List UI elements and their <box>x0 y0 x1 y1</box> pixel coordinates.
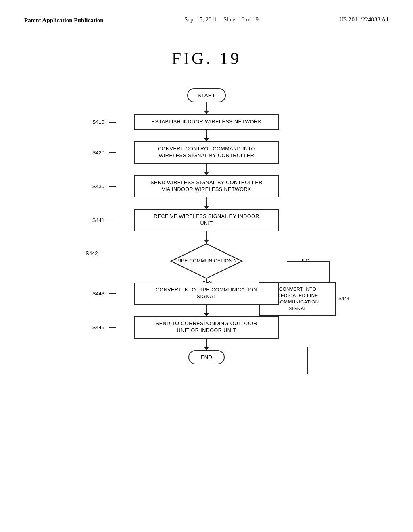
arrow-5 <box>206 237 207 240</box>
step-connector-s443 <box>109 293 116 294</box>
flowchart: START S410 ESTABLISH INDDOR WIRELESS NET… <box>24 88 389 364</box>
publication-date: Sep. 15, 2011 Sheet 16 of 19 <box>184 16 259 23</box>
arrow-s445-down <box>206 344 207 347</box>
figure-title: FIG. 19 <box>24 49 389 68</box>
line-no-vertical <box>329 261 330 285</box>
publication-title: Patent Application Publication <box>24 16 104 25</box>
page: Patent Application Publication Sep. 15, … <box>0 0 413 532</box>
connector-3 <box>206 164 207 169</box>
patent-number: US 2011/224833 A1 <box>339 16 389 23</box>
connector-4 <box>206 197 207 203</box>
page-header: Patent Application Publication Sep. 15, … <box>24 16 389 25</box>
step-connector-s420 <box>109 152 116 153</box>
line-no-horizontal <box>287 261 330 262</box>
step-s410: ESTABLISH INDDOR WIRELESS NETWORK <box>134 114 279 130</box>
diamond-area: S442 PIPE COMMUNICATION ? NO CONVERT INT… <box>65 243 348 279</box>
step-label-s430: S430 <box>86 183 108 189</box>
step-label-s410: S410 <box>86 119 108 125</box>
decision-node-s442: PIPE COMMUNICATION ? <box>170 243 243 279</box>
start-node: START <box>187 88 226 102</box>
connector-s443-down <box>206 305 207 310</box>
arrow-2 <box>206 135 207 139</box>
step-s445: SEND TO CORRESPONDING OUTDOOR UNIT OR IN… <box>134 316 279 339</box>
step-s441: RECEIVE WIRELESS SIGNAL BY INDOOR UNIT <box>134 209 279 231</box>
step-label-s445: S445 <box>86 324 108 330</box>
end-node: END <box>188 350 225 364</box>
diamond-text-s442: PIPE COMMUNICATION ? <box>176 258 237 264</box>
connector-5 <box>206 231 207 237</box>
step-label-s443: S443 <box>86 291 108 297</box>
step-connector-s430 <box>109 186 116 187</box>
step-s443: CONVERT INTO PIPE COMMUNICATION SIGNAL <box>134 283 279 305</box>
step-s430: SEND WIRELESS SIGNAL BY CONTROLLER VIA I… <box>134 175 279 197</box>
step-connector-s410 <box>109 122 116 123</box>
step-label-s420: S420 <box>86 150 108 156</box>
step-connector-s445 <box>109 327 116 328</box>
connector-s445-down <box>206 339 207 344</box>
connector-1 <box>206 102 207 111</box>
arrow-3 <box>206 169 207 172</box>
step-connector-s441 <box>109 220 116 220</box>
arrow-4 <box>206 203 207 206</box>
step-label-s441: S441 <box>86 217 108 223</box>
arrow-s443-down <box>206 310 207 314</box>
step-s420: CONVERT CONTROL COMMAND INTO WIRELESS SI… <box>134 141 279 164</box>
connector-2 <box>206 130 207 135</box>
